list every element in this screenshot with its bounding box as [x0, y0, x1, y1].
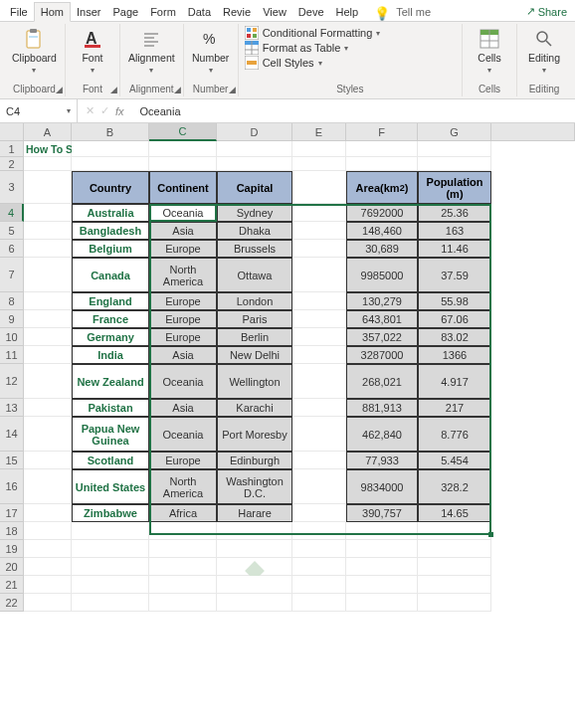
- cell-country[interactable]: Germany: [72, 328, 149, 346]
- cell-continent[interactable]: North America: [149, 258, 217, 292]
- cell-A2[interactable]: [24, 157, 72, 171]
- cell-area[interactable]: 9834000: [346, 469, 418, 504]
- cell-E14[interactable]: [292, 417, 346, 452]
- cells-button[interactable]: Cells ▾: [469, 26, 510, 77]
- header-country[interactable]: Country: [72, 171, 149, 204]
- cell-E9[interactable]: [292, 310, 346, 328]
- cell-E4[interactable]: [292, 204, 346, 222]
- cell-country[interactable]: France: [72, 310, 149, 328]
- cell-C18[interactable]: [149, 522, 217, 540]
- cell-E18[interactable]: [292, 522, 346, 540]
- cell-A20[interactable]: [24, 558, 72, 576]
- cell-A21[interactable]: [24, 576, 72, 594]
- cell-area[interactable]: 30,689: [346, 240, 418, 258]
- cell-country[interactable]: New Zealand: [72, 364, 149, 399]
- row-header-1[interactable]: 1: [0, 141, 24, 157]
- cell-pop[interactable]: 4.917: [418, 364, 491, 399]
- cell-E22[interactable]: [292, 594, 346, 612]
- conditional-formatting-button[interactable]: Conditional Formatting ▾: [245, 26, 381, 40]
- cell-pop[interactable]: 163: [418, 222, 491, 240]
- row-header-12[interactable]: 12: [0, 364, 24, 399]
- cell-continent[interactable]: Africa: [149, 504, 217, 522]
- cell-F19[interactable]: [346, 540, 418, 558]
- cell-continent[interactable]: Europe: [149, 452, 217, 469]
- cell-continent[interactable]: Europe: [149, 328, 217, 346]
- select-all-corner[interactable]: [0, 123, 24, 141]
- alignment-button[interactable]: Alignment ▾: [126, 26, 177, 77]
- cell-area[interactable]: 881,913: [346, 399, 418, 417]
- cell-area[interactable]: 3287000: [346, 346, 418, 364]
- row-header-10[interactable]: 10: [0, 328, 24, 346]
- cell-continent[interactable]: Oceania: [149, 417, 217, 452]
- cell-continent[interactable]: Europe: [149, 240, 217, 258]
- cell-B18[interactable]: [72, 522, 149, 540]
- cell-F21[interactable]: [346, 576, 418, 594]
- cell-E19[interactable]: [292, 540, 346, 558]
- cell-A6[interactable]: [24, 240, 72, 258]
- cell-C2[interactable]: [149, 157, 217, 171]
- cell-A15[interactable]: [24, 452, 72, 469]
- cell-pop[interactable]: 55.98: [418, 292, 491, 310]
- cell-G2[interactable]: [418, 157, 491, 171]
- cell-D22[interactable]: [217, 594, 292, 612]
- tell-me-input[interactable]: Tell me: [390, 3, 437, 21]
- header-population[interactable]: Population (m): [418, 171, 491, 204]
- worksheet[interactable]: ABCDEFG 1How To Sort Alphabetically In E…: [0, 123, 575, 612]
- cell-country[interactable]: England: [72, 292, 149, 310]
- tab-form[interactable]: Form: [144, 3, 182, 21]
- dialog-launcher-icon[interactable]: ◢: [110, 85, 117, 94]
- row-header-5[interactable]: 5: [0, 222, 24, 240]
- tab-deve[interactable]: Deve: [292, 3, 330, 21]
- cell-A5[interactable]: [24, 222, 72, 240]
- cell-A10[interactable]: [24, 328, 72, 346]
- cell-capital[interactable]: Berlin: [217, 328, 292, 346]
- cell-E15[interactable]: [292, 452, 346, 469]
- cell-A3[interactable]: [24, 171, 72, 204]
- cell-A1[interactable]: How To Sort Alphabetically In Excel And …: [24, 141, 72, 157]
- cell-capital[interactable]: Harare: [217, 504, 292, 522]
- cell-C20[interactable]: [149, 558, 217, 576]
- cell-E3[interactable]: [292, 171, 346, 204]
- row-header-18[interactable]: 18: [0, 522, 24, 540]
- format-as-table-button[interactable]: Format as Table ▾: [245, 41, 381, 55]
- cell-G18[interactable]: [418, 522, 491, 540]
- cell-continent[interactable]: Asia: [149, 399, 217, 417]
- cell-country[interactable]: Australia: [72, 204, 149, 222]
- cell-E10[interactable]: [292, 328, 346, 346]
- cell-area[interactable]: 148,460: [346, 222, 418, 240]
- cell-continent[interactable]: Asia: [149, 346, 217, 364]
- cell-country[interactable]: Pakistan: [72, 399, 149, 417]
- cell-area[interactable]: 462,840: [346, 417, 418, 452]
- dialog-launcher-icon[interactable]: ◢: [174, 85, 181, 94]
- row-header-4[interactable]: 4: [0, 204, 24, 222]
- tab-hom[interactable]: Hom: [34, 2, 71, 22]
- row-header-15[interactable]: 15: [0, 452, 24, 469]
- cell-pop[interactable]: 328.2: [418, 469, 491, 504]
- cell-C21[interactable]: [149, 576, 217, 594]
- cell-area[interactable]: 7692000: [346, 204, 418, 222]
- tab-inser[interactable]: Inser: [71, 3, 106, 21]
- cell-capital[interactable]: Port Moresby: [217, 417, 292, 452]
- cell-B22[interactable]: [72, 594, 149, 612]
- cell-F20[interactable]: [346, 558, 418, 576]
- dialog-launcher-icon[interactable]: ◢: [229, 85, 236, 94]
- cell-A8[interactable]: [24, 292, 72, 310]
- cell-B21[interactable]: [72, 576, 149, 594]
- cell-country[interactable]: Belgium: [72, 240, 149, 258]
- cell-country[interactable]: India: [72, 346, 149, 364]
- tab-revie[interactable]: Revie: [217, 3, 257, 21]
- row-header-7[interactable]: 7: [0, 258, 24, 292]
- paste-button[interactable]: Clipboard ▾: [10, 26, 59, 77]
- cell-area[interactable]: 268,021: [346, 364, 418, 399]
- cell-area[interactable]: 357,022: [346, 328, 418, 346]
- cell-B2[interactable]: [72, 157, 149, 171]
- dialog-launcher-icon[interactable]: ◢: [56, 85, 63, 94]
- cell-area[interactable]: 130,279: [346, 292, 418, 310]
- number-button[interactable]: % Number ▾: [190, 26, 232, 77]
- row-header-14[interactable]: 14: [0, 417, 24, 452]
- cell-country[interactable]: Papua New Guinea: [72, 417, 149, 452]
- cell-pop[interactable]: 8.776: [418, 417, 491, 452]
- row-header-13[interactable]: 13: [0, 399, 24, 417]
- cell-pop[interactable]: 14.65: [418, 504, 491, 522]
- cell-pop[interactable]: 217: [418, 399, 491, 417]
